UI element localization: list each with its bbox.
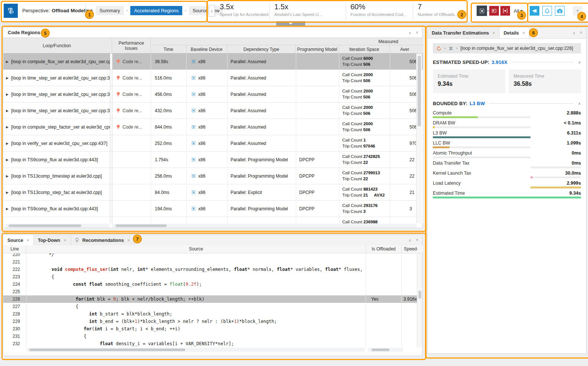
column-header-time[interactable]: Time	[150, 45, 186, 53]
programming-model-cell	[296, 86, 339, 102]
code-text	[26, 258, 366, 266]
view-tab-summary[interactable]: Summary	[96, 6, 124, 15]
perspective-label: Perspective:	[22, 8, 50, 13]
column-header-speedup[interactable]: Speed-	[401, 245, 418, 253]
metric-bar-fill	[530, 176, 532, 178]
close-tab-icon[interactable]: ×	[63, 237, 66, 243]
scrollbar-thumb[interactable]	[418, 56, 421, 126]
expand-arrow-icon[interactable]: ▶	[6, 158, 9, 162]
close-panel-icon[interactable]: ×	[580, 30, 582, 35]
column-header-loop-function[interactable]: Loop/Function	[3, 38, 110, 53]
details-tab-details[interactable]: Details×	[500, 27, 530, 38]
snapshot-button[interactable]	[555, 6, 565, 16]
stack-view-icon[interactable]	[448, 46, 453, 51]
column-header-iteration-space[interactable]: Iteration Space	[339, 45, 389, 53]
advisor-perspective-icon[interactable]	[4, 4, 18, 18]
close-tab-icon[interactable]: ×	[127, 237, 130, 243]
horizontal-scrollbar[interactable]	[26, 348, 365, 352]
expand-arrow-icon[interactable]: ▶	[6, 207, 9, 211]
code-region-row[interactable]: ▶[loop in time_step_ser at euler3d_cpu_s…	[3, 103, 423, 119]
cpu-chip-icon	[191, 157, 196, 162]
collapse-panel-icon[interactable]: ∧	[573, 31, 575, 35]
line-number: 221	[3, 258, 26, 266]
horizontal-scrollbar-right[interactable]	[112, 224, 417, 228]
code-region-row[interactable]: ▶[loop in time_step_ser at euler3d_cpu_s…	[3, 70, 423, 86]
close-tab-icon[interactable]: ×	[492, 30, 495, 36]
expand-arrow-icon[interactable]: ▶	[6, 93, 9, 96]
scrollbar-thumb[interactable]	[29, 349, 185, 351]
source-line-224[interactable]: 224 const float smoothing_coefficient = …	[3, 281, 423, 288]
notifications-button[interactable]	[542, 6, 552, 16]
expand-arrow-icon[interactable]: ▶	[6, 142, 9, 145]
code-region-row[interactable]: ▶[loop in TS13comp_step_fac at euler3d.c…	[3, 184, 423, 201]
collapse-panel-icon[interactable]: ∧	[409, 238, 411, 242]
expand-arrow-icon[interactable]: ▶	[6, 174, 9, 178]
scrollbar-thumb[interactable]	[418, 291, 421, 299]
source-line-227[interactable]: 227 {	[3, 303, 423, 310]
gpu-device-icon[interactable]	[500, 6, 510, 16]
column-header-performance-issues[interactable]: Performance Issues	[112, 38, 150, 53]
source-line-230[interactable]: 230 for(int i = b_start; i < b_end; ++i)	[3, 325, 423, 333]
close-tab-icon[interactable]: ×	[522, 30, 525, 36]
collapse-section-icon[interactable]: ∧	[578, 60, 581, 64]
expand-arrow-icon[interactable]: ▶	[6, 191, 9, 194]
expand-arrow-icon[interactable]: ▶	[6, 60, 9, 64]
column-header-dependency-type[interactable]: Dependency Type	[227, 45, 295, 53]
iteration-space-cell: Call Count 236988	[339, 217, 390, 223]
close-tab-icon[interactable]: ×	[26, 237, 29, 243]
source-line-220[interactable]: 220 */	[3, 253, 423, 258]
code-region-row[interactable]: ▶[loop in TS9comp_flux at euler3d.cpp:44…	[3, 201, 423, 217]
collapse-section-icon[interactable]: ∧	[578, 101, 581, 106]
expand-arrow-icon[interactable]: ▶	[6, 76, 9, 80]
code-region-row[interactable]: ▶[loop in time_step_ser at euler3d_cpu_s…	[3, 86, 423, 103]
history-icon[interactable]	[437, 46, 441, 51]
metrics-expander-button[interactable]: ›	[209, 5, 215, 17]
source-tab-top-down[interactable]: Top-Down×	[34, 235, 71, 246]
scrollbar-thumb[interactable]	[372, 349, 389, 351]
collapse-panel-icon[interactable]: ∧	[409, 31, 411, 35]
column-header-baseline-device[interactable]: Baseline Device	[186, 45, 227, 53]
vertical-scrollbar[interactable]	[416, 54, 422, 223]
code-region-row[interactable]: ▶[loop in compute_flux_ser at euler3d_cp…	[3, 54, 423, 70]
separator-dot: •	[444, 46, 445, 50]
source-line-221[interactable]: 221	[3, 258, 423, 266]
source-line-232[interactable]: 232 float density_i = variables[i + VAR_…	[3, 340, 423, 347]
gpu-offload-icon[interactable]	[489, 6, 499, 16]
code-region-row[interactable]: ▶[loop in compute_step_factor_ser at eul…	[3, 119, 423, 135]
source-line-225[interactable]: 225	[3, 288, 423, 295]
expand-arrow-icon[interactable]: ▶	[6, 125, 9, 129]
time-cell: 194.0ms	[151, 201, 186, 217]
metric-value: 60%	[350, 3, 413, 11]
source-line-229[interactable]: 229 int b_end = (blk+1)*block_length > n…	[3, 318, 423, 325]
column-header-line[interactable]: Line	[3, 245, 26, 253]
code-region-row[interactable]: Call Count 236988	[3, 217, 423, 223]
column-header-source[interactable]: Source	[26, 245, 366, 253]
vertical-scrollbar[interactable]	[417, 253, 422, 347]
scrollbar-thumb[interactable]	[115, 224, 167, 227]
source-tab-recommendations[interactable]: Recommendations×	[71, 235, 134, 246]
expand-arrow-icon[interactable]: ▶	[6, 109, 9, 113]
source-line-222[interactable]: 222 void compute_flux_ser(int nelr, int*…	[3, 266, 423, 273]
horizontal-scrollbar-offloaded[interactable]	[368, 348, 404, 352]
source-line-223[interactable]: 223 {	[3, 273, 423, 281]
close-panel-icon[interactable]: ×	[416, 237, 418, 243]
metric-bar-track	[433, 136, 530, 138]
code-region-row[interactable]: ▶[loop in TS9comp_flux at euler3d.cpp:44…	[3, 152, 423, 168]
horizontal-scrollbar-left[interactable]	[6, 224, 110, 228]
view-tab-accelerated-regions[interactable]: Accelerated Regions	[130, 6, 182, 15]
source-line-231[interactable]: 231 {	[3, 333, 423, 340]
collapse-splitter-handle[interactable]	[276, 21, 305, 26]
source-tab-source[interactable]: Source×	[3, 235, 34, 246]
code-region-row[interactable]: ▶[loop in verify_ser at euler3d_cpu_ser.…	[3, 135, 423, 152]
cpu-device-icon[interactable]	[477, 6, 487, 16]
column-header-is-offloaded[interactable]: Is Offloaded	[366, 245, 401, 253]
source-line-228[interactable]: 228 int b_start = blk*block_length;	[3, 310, 423, 318]
close-panel-icon[interactable]: ×	[416, 30, 418, 35]
details-tab-data-transfer-estimations[interactable]: Data Transfer Estimations×	[428, 27, 500, 38]
code-region-row[interactable]: ▶[loop in TS13comp_timestep at euler3d.c…	[3, 168, 423, 184]
source-line-226[interactable]: 226 for(int blk = 0; blk < nelr/block_le…	[3, 295, 423, 303]
scrollbar-thumb[interactable]	[9, 224, 81, 227]
feedback-button[interactable]	[530, 6, 539, 16]
column-header-average[interactable]: Aver	[389, 45, 423, 53]
column-header-programming-model[interactable]: Programming Model	[295, 45, 339, 53]
